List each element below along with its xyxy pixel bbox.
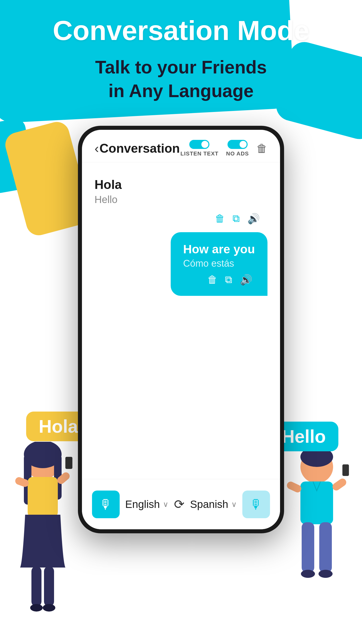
message-1-main: Hola	[95, 177, 122, 192]
left-mic-button[interactable]: 🎙	[92, 491, 120, 518]
svg-rect-17	[342, 464, 349, 476]
message-2-sub: Cómo estás	[183, 258, 255, 269]
no-ads-track[interactable]	[228, 140, 248, 149]
copy-message-1-button[interactable]: ⧉	[233, 213, 240, 225]
swap-languages-button[interactable]: ⟳	[174, 497, 185, 512]
left-mic-icon: 🎙	[99, 497, 112, 512]
right-language-selector[interactable]: Spanish ∨	[190, 498, 237, 510]
message-1-sub: Hello	[95, 194, 122, 205]
phone-outer: ‹ Conversation LISTEN TEXT NO ADS	[78, 126, 284, 533]
phone-header: ‹ Conversation LISTEN TEXT NO ADS	[82, 130, 280, 162]
svg-rect-15	[286, 480, 302, 494]
speak-message-1-button[interactable]: 🔊	[247, 213, 260, 225]
svg-rect-14	[300, 481, 333, 524]
listen-text-track[interactable]	[189, 140, 209, 149]
message-2-main: How are you	[183, 242, 255, 256]
screen-title: Conversation	[100, 141, 180, 156]
right-language-chevron: ∨	[231, 500, 237, 509]
no-ads-label: NO ADS	[226, 150, 249, 157]
svg-point-20	[301, 570, 315, 578]
app-title: Conversation Mode	[0, 15, 362, 46]
svg-rect-4	[28, 477, 58, 517]
message-1-actions: 🗑 ⧉ 🔊	[95, 213, 267, 225]
delete-message-2-button[interactable]: 🗑	[207, 274, 217, 286]
right-mic-icon: 🎙	[250, 497, 263, 512]
chat-message-1: Hola Hello 🗑 ⧉ 🔊	[95, 175, 267, 225]
right-language-label: Spanish	[190, 498, 228, 510]
svg-rect-8	[31, 566, 41, 607]
chat-area: Hola Hello 🗑 ⧉ 🔊 How are you Cómo estás	[82, 162, 280, 311]
phone-bottom-bar: 🎙 English ∨ ⟳ Spanish ∨ 🎙	[82, 479, 280, 529]
character-left: Hola	[5, 442, 80, 619]
listen-text-toggle[interactable]: LISTEN TEXT	[180, 140, 219, 157]
svg-rect-7	[65, 457, 72, 469]
left-language-chevron: ∨	[163, 500, 168, 509]
header-section: Conversation Mode Talk to your Friends i…	[0, 15, 362, 103]
no-ads-toggle[interactable]: NO ADS	[226, 140, 249, 157]
back-button[interactable]: ‹	[95, 141, 99, 156]
svg-rect-16	[331, 477, 348, 492]
app-subtitle: Talk to your Friends in Any Language	[0, 56, 362, 103]
phone-screen: ‹ Conversation LISTEN TEXT NO ADS	[82, 130, 280, 529]
bubble-left-1: Hola Hello	[95, 175, 122, 208]
svg-rect-18	[302, 522, 314, 573]
clear-all-button[interactable]: 🗑	[256, 142, 267, 155]
listen-text-thumb	[201, 141, 208, 148]
listen-text-label: LISTEN TEXT	[180, 150, 219, 157]
left-language-label: English	[125, 498, 160, 510]
copy-message-2-button[interactable]: ⧉	[225, 274, 232, 286]
speak-message-2-button[interactable]: 🔊	[240, 274, 252, 286]
male-character-svg	[279, 447, 354, 623]
left-language-selector[interactable]: English ∨	[125, 498, 168, 510]
bubble-right-2: How are you Cómo estás 🗑 ⧉ 🔊	[171, 232, 267, 296]
phone-wrapper: ‹ Conversation LISTEN TEXT NO ADS	[78, 126, 284, 533]
delete-message-1-button[interactable]: 🗑	[215, 213, 225, 225]
svg-point-10	[30, 604, 43, 612]
chat-message-2: How are you Cómo estás 🗑 ⧉ 🔊	[95, 232, 267, 296]
character-right: Hello	[279, 447, 354, 624]
right-mic-button[interactable]: 🎙	[242, 491, 270, 518]
svg-rect-9	[44, 566, 54, 607]
svg-point-21	[319, 570, 333, 578]
female-character-svg	[5, 442, 80, 618]
message-2-actions: 🗑 ⧉ 🔊	[183, 274, 255, 286]
svg-rect-19	[319, 522, 332, 573]
svg-point-11	[43, 604, 55, 612]
header-controls: LISTEN TEXT NO ADS 🗑	[180, 140, 267, 157]
no-ads-thumb	[240, 141, 247, 148]
